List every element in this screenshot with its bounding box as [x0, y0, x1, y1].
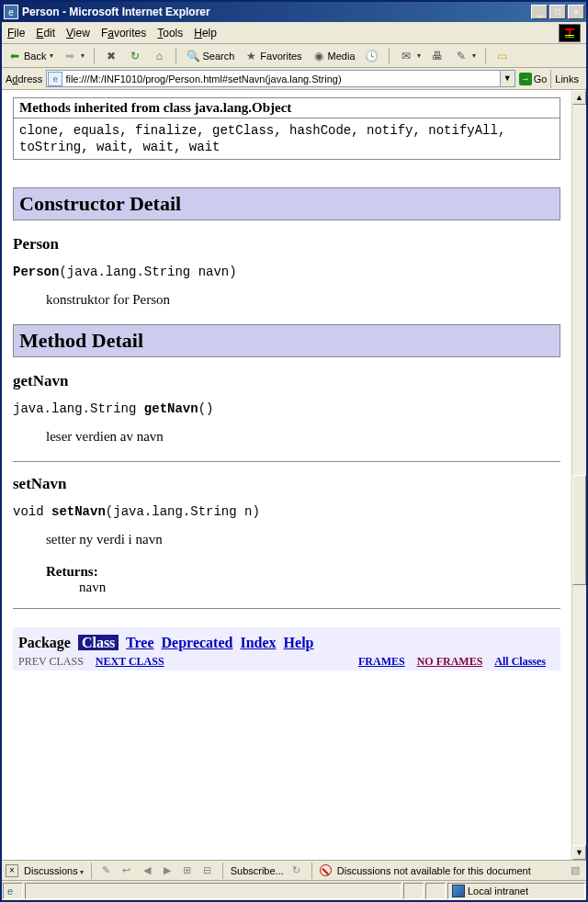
- subscribe-button[interactable]: Subscribe...: [231, 865, 284, 876]
- disc-prev-icon: ◀: [140, 863, 154, 878]
- returns-value: navn: [79, 580, 560, 595]
- disc-toggle-icon[interactable]: ▧: [568, 863, 582, 878]
- nav-tree[interactable]: Tree: [126, 635, 154, 650]
- status-cell: [425, 883, 446, 899]
- scroll-up-button[interactable]: ▲: [572, 90, 586, 105]
- separator: [175, 48, 176, 64]
- method-setnavn-description: setter ny verdi i navn: [46, 532, 560, 547]
- status-cell: [403, 883, 424, 899]
- nav-index[interactable]: Index: [240, 635, 276, 650]
- refresh-button[interactable]: ↻: [126, 48, 144, 64]
- method-getnavn-name: getNavn: [13, 372, 560, 390]
- title-bar: e Person - Microsoft Internet Explorer _…: [2, 2, 586, 22]
- vertical-scrollbar[interactable]: ▲ ▼: [571, 90, 586, 860]
- go-button[interactable]: →Go: [519, 73, 548, 85]
- svg-rect-1: [565, 35, 574, 36]
- constructor-description: konstruktor for Person: [46, 292, 560, 308]
- separator: [91, 863, 92, 879]
- history-button[interactable]: 🕓: [363, 48, 381, 64]
- ie-window: e Person - Microsoft Internet Explorer _…: [0, 0, 588, 902]
- discussions-close-button[interactable]: ×: [6, 864, 18, 877]
- nav-noframes[interactable]: NO FRAMES: [417, 655, 483, 668]
- scroll-track[interactable]: [572, 105, 586, 845]
- nav-frames[interactable]: FRAMES: [358, 655, 405, 668]
- status-page-icon: e: [3, 883, 23, 899]
- discussions-status: Discussions not available for this docum…: [337, 865, 531, 876]
- nav-class[interactable]: Class: [78, 635, 119, 650]
- disc-expand-icon: ⊞: [180, 863, 195, 878]
- menu-help[interactable]: Help: [194, 27, 217, 39]
- mail-button[interactable]: ✉: [397, 48, 423, 64]
- method-setnavn-name: setNavn: [13, 475, 560, 493]
- method-setnavn-signature: void setNavn(java.lang.String n): [13, 504, 560, 519]
- nav-prev-class: PREV CLASS: [18, 655, 84, 668]
- disc-reply-icon: ↩: [119, 863, 134, 878]
- status-bar: e Local intranet: [2, 880, 586, 900]
- status-text: [25, 883, 401, 899]
- method-getnavn-description: leser verdien av navn: [46, 429, 560, 445]
- security-zone: Local intranet: [447, 883, 585, 899]
- disc-new-icon[interactable]: ✎: [99, 863, 114, 878]
- disc-refresh-icon: ↻: [289, 863, 304, 878]
- constructor-detail-heading: Constructor Detail: [13, 187, 560, 220]
- menu-bar: File Edit View Favorites Tools Help: [2, 22, 586, 44]
- print-button[interactable]: 🖶: [428, 48, 447, 64]
- separator: [311, 863, 312, 879]
- scroll-thumb[interactable]: [572, 475, 586, 585]
- address-dropdown-button[interactable]: ▼: [500, 71, 514, 86]
- window-title: Person - Microsoft Internet Explorer: [22, 6, 531, 18]
- menu-favorites[interactable]: Favorites: [101, 27, 146, 39]
- method-detail-heading: Method Detail: [13, 324, 560, 357]
- divider: [13, 608, 560, 609]
- forward-button[interactable]: ➡: [61, 48, 86, 64]
- discuss-button[interactable]: ▭: [493, 48, 512, 64]
- toolbar: ⬅Back ➡ ✖ ↻ ⌂ 🔍Search ★Favorites ◉Media …: [2, 44, 586, 68]
- nav-all-classes[interactable]: All Classes: [494, 655, 546, 668]
- favorites-button[interactable]: ★Favorites: [242, 48, 303, 64]
- address-bar: Address e ▼ →Go Links: [2, 68, 586, 90]
- app-icon: e: [4, 5, 18, 19]
- constructor-signature: Person(java.lang.String navn): [13, 265, 560, 279]
- constructor-name: Person: [13, 235, 560, 254]
- inherited-methods-list: clone, equals, finalize, getClass, hashC…: [14, 118, 560, 159]
- nav-package[interactable]: Package: [18, 635, 71, 650]
- discussions-menu[interactable]: Discussions: [24, 865, 84, 876]
- javadoc-nav: Package Class Tree Deprecated Index Help…: [13, 627, 560, 671]
- menu-tools[interactable]: Tools: [157, 27, 183, 39]
- menu-file[interactable]: File: [7, 27, 25, 39]
- back-button[interactable]: ⬅Back: [6, 48, 55, 64]
- zone-icon: [452, 885, 465, 897]
- svg-rect-0: [565, 37, 574, 38]
- menu-view[interactable]: View: [66, 27, 90, 39]
- inherited-methods-box: Methods inherited from class java.lang.O…: [13, 97, 560, 160]
- inherited-methods-header: Methods inherited from class java.lang.O…: [14, 98, 560, 118]
- disc-collapse-icon: ⊟: [200, 863, 215, 878]
- page-icon: e: [48, 72, 62, 86]
- ie-logo-icon: [559, 24, 581, 42]
- no-discussions-icon: [320, 864, 332, 876]
- content-area: Methods inherited from class java.lang.O…: [2, 90, 586, 860]
- separator: [389, 48, 390, 64]
- nav-help[interactable]: Help: [284, 635, 314, 650]
- returns-label: Returns:: [46, 564, 560, 580]
- scroll-down-button[interactable]: ▼: [572, 845, 586, 860]
- search-button[interactable]: 🔍Search: [184, 48, 236, 64]
- separator: [485, 48, 486, 64]
- address-input[interactable]: [63, 71, 499, 86]
- media-button[interactable]: ◉Media: [310, 48, 357, 64]
- discussions-bar: × Discussions ✎ ↩ ◀ ▶ ⊞ ⊟ Subscribe... ↻…: [2, 860, 586, 880]
- divider: [13, 461, 560, 462]
- nav-next-class[interactable]: NEXT CLASS: [96, 655, 164, 668]
- links-button[interactable]: Links: [550, 70, 582, 88]
- menu-edit[interactable]: Edit: [36, 27, 55, 39]
- home-button[interactable]: ⌂: [150, 48, 168, 64]
- nav-deprecated[interactable]: Deprecated: [162, 635, 233, 650]
- minimize-button[interactable]: _: [531, 5, 548, 19]
- edit-button[interactable]: ✎: [452, 48, 478, 64]
- maximize-button[interactable]: □: [549, 5, 566, 19]
- document-body: Methods inherited from class java.lang.O…: [2, 90, 571, 860]
- stop-button[interactable]: ✖: [102, 48, 120, 64]
- separator: [222, 863, 223, 879]
- separator: [94, 48, 95, 64]
- close-button[interactable]: ×: [568, 5, 584, 19]
